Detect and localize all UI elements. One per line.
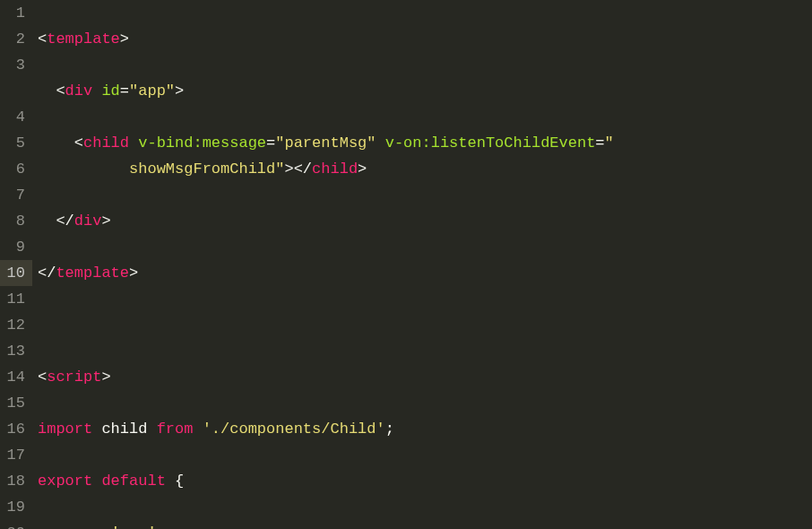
code-line[interactable]: </div> bbox=[38, 208, 812, 234]
code-line[interactable]: name: 'app', bbox=[38, 520, 812, 529]
code-line[interactable]: import child from './components/Child'; bbox=[38, 416, 812, 442]
code-editor[interactable]: 1234567891011121314151617181920 <templat… bbox=[0, 0, 812, 529]
line-number: 3 bbox=[4, 52, 25, 78]
line-number: 9 bbox=[4, 234, 25, 260]
code-line[interactable]: </template> bbox=[38, 260, 812, 286]
code-line[interactable]: export default { bbox=[38, 468, 812, 494]
line-number-gutter: 1234567891011121314151617181920 bbox=[0, 0, 32, 529]
line-number: 7 bbox=[4, 182, 25, 208]
code-line[interactable]: <div id="app"> bbox=[38, 78, 812, 104]
line-number: 6 bbox=[4, 156, 25, 182]
code-line[interactable] bbox=[38, 312, 812, 338]
line-number: 2 bbox=[4, 26, 25, 52]
line-number: 18 bbox=[4, 468, 25, 494]
code-line[interactable]: <script> bbox=[38, 364, 812, 390]
line-number: 14 bbox=[4, 364, 25, 390]
line-number: 15 bbox=[4, 390, 25, 416]
line-number-wrap bbox=[4, 78, 25, 104]
code-area[interactable]: <template> <div id="app"> <child v-bind:… bbox=[32, 0, 812, 529]
code-line[interactable]: <template> bbox=[38, 26, 812, 52]
code-line[interactable]: <child v-bind:message="parentMsg" v-on:l… bbox=[38, 130, 812, 182]
line-number: 4 bbox=[4, 104, 25, 130]
line-number: 20 bbox=[4, 520, 25, 529]
line-number: 8 bbox=[4, 208, 25, 234]
line-number: 16 bbox=[4, 416, 25, 442]
line-number: 10 bbox=[0, 260, 32, 286]
line-number: 5 bbox=[4, 130, 25, 156]
line-number: 11 bbox=[4, 286, 25, 312]
line-number: 12 bbox=[4, 312, 25, 338]
line-number: 1 bbox=[4, 0, 25, 26]
line-number: 19 bbox=[4, 494, 25, 520]
line-number: 13 bbox=[4, 338, 25, 364]
line-number: 17 bbox=[4, 442, 25, 468]
